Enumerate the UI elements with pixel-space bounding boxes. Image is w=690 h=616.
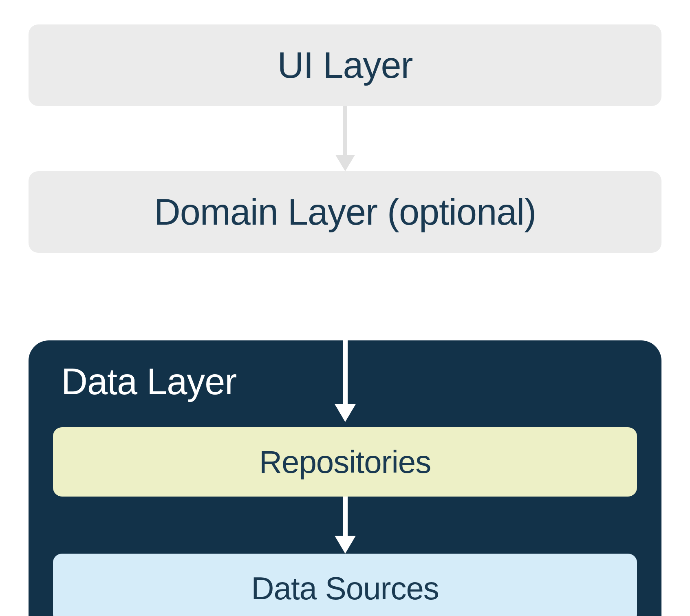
arrow-down-icon [337,106,353,171]
arrow-domain-to-data: Data Layer Repositories Data Sources [29,253,661,422]
data-sources-box: Data Sources [53,554,637,616]
ui-layer-label: UI Layer [277,44,412,86]
arrow-ui-to-domain [29,106,661,171]
repositories-label: Repositories [259,444,431,481]
domain-layer-label: Domain Layer (optional) [154,191,536,233]
arrow-down-icon [335,253,355,422]
data-sources-label: Data Sources [251,570,439,607]
domain-layer-box: Domain Layer (optional) [29,171,661,253]
arrow-down-icon [337,497,353,554]
arrow-repo-to-sources [53,497,637,554]
architecture-diagram: UI Layer Domain Layer (optional) Data La… [29,24,661,592]
ui-layer-box: UI Layer [29,24,661,106]
repositories-box: Repositories [53,427,637,497]
